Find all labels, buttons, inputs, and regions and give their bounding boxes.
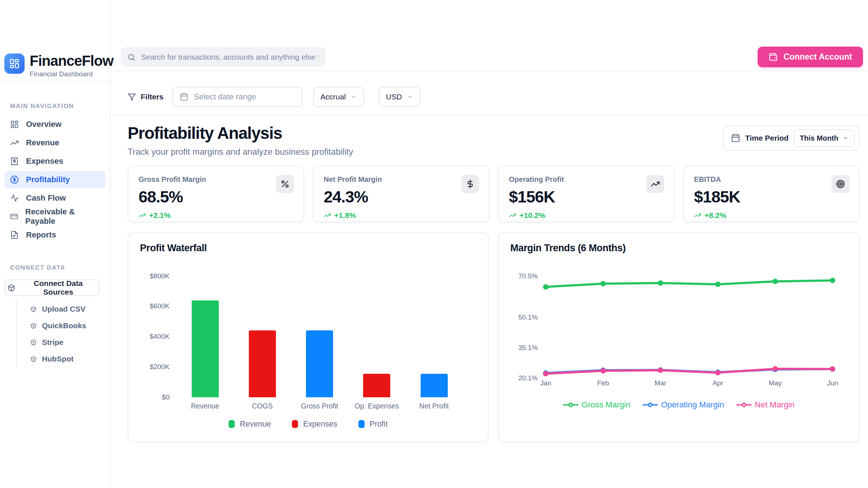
connect-data-sources-button[interactable]: Connect Data Sources xyxy=(5,279,99,296)
box-icon xyxy=(30,323,37,329)
time-period-select[interactable]: This Month xyxy=(793,129,855,147)
kpi-value: $185K xyxy=(694,188,849,206)
point-net-margin xyxy=(773,366,778,371)
wallet-icon xyxy=(769,52,778,62)
file-text-icon xyxy=(10,231,19,239)
connect-account-button[interactable]: Connect Account xyxy=(758,47,863,67)
point-net-margin xyxy=(830,366,835,372)
date-range-input[interactable]: Select date range xyxy=(172,87,302,107)
legend-marker xyxy=(736,402,752,408)
legend-item-gross-margin[interactable]: Gross Margin xyxy=(563,400,630,410)
sidebar-item-profitability[interactable]: Profitability xyxy=(5,171,105,188)
connect-source-stripe[interactable]: Stripe xyxy=(17,334,105,351)
sidebar-item-label: Overview xyxy=(26,120,61,129)
connect-sources-list: Upload CSVQuickBooksStripeHubSpot xyxy=(16,301,105,367)
kpi-change: +1.8% xyxy=(324,211,478,220)
waterfall-bar-revenue xyxy=(192,300,219,397)
main-area: Connect Account Filters Select date rang… xyxy=(111,0,868,488)
percent-icon xyxy=(280,179,290,189)
page-title: Profitability Analysis xyxy=(128,124,353,142)
x-axis-label: COGS xyxy=(233,402,291,410)
dashboard-grid-icon xyxy=(10,120,19,129)
x-axis-label: Gross Profit xyxy=(291,402,349,410)
sidebar-item-reports[interactable]: Reports xyxy=(5,226,105,244)
app-name: FinanceFlow xyxy=(30,53,113,68)
x-axis-label: Net Profit xyxy=(405,402,463,410)
calendar-icon xyxy=(180,93,188,101)
calendar-icon xyxy=(731,133,740,143)
sidebar-item-overview[interactable]: Overview xyxy=(5,116,105,133)
trending-up-icon xyxy=(139,212,146,219)
chevron-down-icon xyxy=(350,94,357,100)
connect-data-heading: CONNECT DATA xyxy=(10,264,105,271)
kpi-value: $156K xyxy=(509,188,664,206)
filters-row: Filters Select date range Accrual USD xyxy=(111,71,868,115)
kpi-card-ebitda: EBITDA$185K+8.2% xyxy=(683,166,860,222)
sidebar-item-expenses[interactable]: Expenses xyxy=(5,153,105,170)
chevron-down-icon xyxy=(843,135,848,141)
page-subtitle: Track your profit margins and analyze bu… xyxy=(128,147,353,157)
sidebar-item-label: Profitability xyxy=(26,175,70,184)
y-axis-tick: $600K xyxy=(133,302,170,310)
y-axis-tick: $200K xyxy=(133,363,170,371)
point-gross-margin xyxy=(543,284,549,290)
chevron-down-icon xyxy=(407,94,413,100)
main-nav: MAIN NAVIGATION OverviewRevenueExpensesP… xyxy=(0,82,110,244)
search-input[interactable] xyxy=(140,52,319,62)
y-axis-tick: $800K xyxy=(133,272,170,280)
app-tagline: Financial Dashboard xyxy=(30,70,113,78)
trending-up-icon xyxy=(10,138,19,147)
legend-item-revenue[interactable]: Revenue xyxy=(229,420,271,429)
kpi-value: 68.5% xyxy=(139,188,293,206)
main-nav-list: OverviewRevenueExpensesProfitabilityCash… xyxy=(5,116,105,244)
box-icon xyxy=(30,306,37,312)
kpi-icon-box xyxy=(461,175,479,193)
kpi-value: 24.3% xyxy=(324,188,478,206)
legend-item-net-margin[interactable]: Net Margin xyxy=(736,400,795,410)
sidebar-item-cash-flow[interactable]: Cash Flow xyxy=(5,189,105,207)
box-icon xyxy=(8,284,15,292)
margin-lines-svg xyxy=(499,233,860,442)
sidebar-item-label: Reports xyxy=(26,230,56,240)
time-period-label: Time Period xyxy=(745,134,789,142)
funnel-icon xyxy=(128,93,136,101)
connect-source-hubspot[interactable]: HubSpot xyxy=(17,351,105,367)
connect-source-quickbooks[interactable]: QuickBooks xyxy=(17,317,105,334)
kpi-label: EBITDA xyxy=(694,175,849,184)
kpi-label: Operating Profit xyxy=(509,175,664,184)
kpi-label: Net Profit Margin xyxy=(324,175,478,184)
legend-marker xyxy=(563,402,578,408)
receipt-icon xyxy=(10,157,19,166)
credit-card-icon xyxy=(10,212,18,221)
filters-toggle[interactable]: Filters xyxy=(128,93,163,101)
sidebar: FinanceFlow Financial Dashboard MAIN NAV… xyxy=(0,0,111,488)
topbar: Connect Account xyxy=(111,0,868,71)
analysis-header: Profitability Analysis Track your profit… xyxy=(111,115,868,157)
accounting-basis-select[interactable]: Accrual xyxy=(313,87,364,107)
waterfall-bar-net-profit xyxy=(421,374,448,397)
sidebar-item-receivable-payable[interactable]: Receivable & Payable xyxy=(5,208,105,225)
legend-swatch xyxy=(229,420,235,428)
legend-marker xyxy=(643,402,658,408)
kpi-card-net-profit-margin: Net Profit Margin24.3%+1.8% xyxy=(313,166,489,222)
legend-item-expenses[interactable]: Expenses xyxy=(292,420,337,429)
legend-item-profit[interactable]: Profit xyxy=(358,420,388,429)
point-gross-margin xyxy=(773,279,778,284)
legend-item-operating-margin[interactable]: Operating Margin xyxy=(643,400,724,410)
kpi-card-gross-profit-margin: Gross Profit Margin68.5%+2.1% xyxy=(128,166,304,222)
kpi-grid: Gross Profit Margin68.5%+2.1%Net Profit … xyxy=(128,166,860,222)
time-period-widget: Time Period This Month xyxy=(723,125,860,151)
point-gross-margin xyxy=(830,278,835,283)
y-axis-tick: $400K xyxy=(133,333,170,341)
sidebar-item-label: Revenue xyxy=(26,138,59,147)
sidebar-item-revenue[interactable]: Revenue xyxy=(5,134,105,151)
trending-up-icon xyxy=(509,212,516,219)
legend-swatch xyxy=(358,420,365,428)
point-gross-margin xyxy=(658,280,663,286)
currency-select[interactable]: USD xyxy=(379,87,421,107)
search-box xyxy=(121,47,326,67)
point-net-margin xyxy=(715,370,720,375)
waterfall-bar-op-expenses xyxy=(363,374,390,397)
charts-row: Profit Waterfall $800K$600K$400K$200K$0R… xyxy=(128,232,860,442)
connect-source-upload-csv[interactable]: Upload CSV xyxy=(17,301,105,317)
